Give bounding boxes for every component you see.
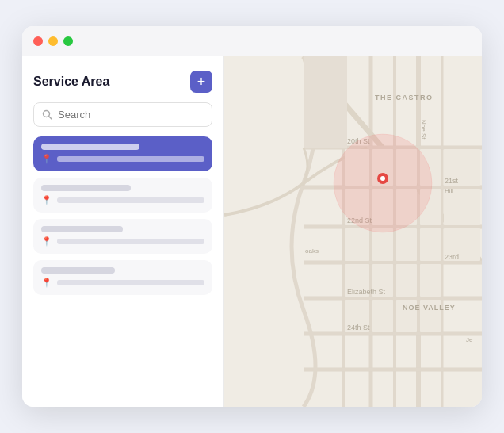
item-sub-bar <box>57 239 204 244</box>
pin-icon: 📍 <box>41 278 52 288</box>
svg-rect-34 <box>420 264 441 297</box>
svg-text:23rd: 23rd <box>445 253 459 261</box>
list-item[interactable]: 📍 <box>33 178 212 213</box>
item-title-bar <box>41 144 139 150</box>
item-title-bar <box>41 185 131 191</box>
item-row: 📍 <box>41 236 204 247</box>
svg-text:24th St: 24th St <box>347 324 370 331</box>
pin-icon: 📍 <box>41 195 52 205</box>
sidebar: Service Area 📍 <box>22 56 224 407</box>
svg-point-53 <box>380 176 385 181</box>
item-sub-bar <box>57 280 204 285</box>
svg-text:oaks: oaks <box>305 247 319 255</box>
svg-text:Elizabeth St: Elizabeth St <box>347 288 386 296</box>
map-area[interactable]: THE CASTRO Noe St 20th St 21st Hill 22nd… <box>224 56 482 407</box>
search-input[interactable] <box>58 109 204 121</box>
svg-text:21st: 21st <box>445 177 459 185</box>
item-sub-bar <box>57 197 204 203</box>
svg-line-1 <box>49 117 52 120</box>
add-button[interactable] <box>190 71 212 93</box>
svg-rect-36 <box>372 300 393 332</box>
svg-text:Hill: Hill <box>445 187 453 194</box>
search-box[interactable] <box>33 102 212 127</box>
svg-rect-26 <box>345 228 369 261</box>
minimize-button[interactable] <box>48 36 58 46</box>
svg-text:NOE VALLEY: NOE VALLEY <box>403 304 456 312</box>
pin-icon: 📍 <box>41 236 52 247</box>
item-title-bar <box>41 267 115 274</box>
main-content: Service Area 📍 <box>22 56 482 407</box>
item-sub-bar <box>57 156 204 162</box>
list-item[interactable]: 📍 <box>33 260 212 295</box>
app-window: Service Area 📍 <box>22 26 482 407</box>
svg-rect-28 <box>396 228 417 261</box>
svg-rect-33 <box>396 264 417 297</box>
sidebar-title: Service Area <box>33 75 109 89</box>
search-icon <box>42 109 52 120</box>
item-row: 📍 <box>41 195 204 205</box>
list-item[interactable]: 📍 <box>33 219 212 254</box>
svg-rect-27 <box>372 228 393 261</box>
item-row: 📍 <box>41 154 204 164</box>
svg-text:THE CASTRO: THE CASTRO <box>375 94 433 102</box>
close-button[interactable] <box>33 36 43 46</box>
svg-rect-29 <box>420 228 441 261</box>
titlebar <box>22 26 482 56</box>
map-svg: THE CASTRO Noe St 20th St 21st Hill 22nd… <box>224 56 482 407</box>
service-area-list: 📍 📍 📍 <box>33 136 212 295</box>
item-row: 📍 <box>41 278 204 288</box>
svg-text:Je: Je <box>466 336 473 343</box>
list-item[interactable]: 📍 <box>33 136 212 171</box>
sidebar-header: Service Area <box>33 71 212 93</box>
svg-text:Noe St: Noe St <box>420 120 427 140</box>
item-title-bar <box>41 226 123 232</box>
maximize-button[interactable] <box>63 36 73 46</box>
pin-icon: 📍 <box>41 154 52 164</box>
